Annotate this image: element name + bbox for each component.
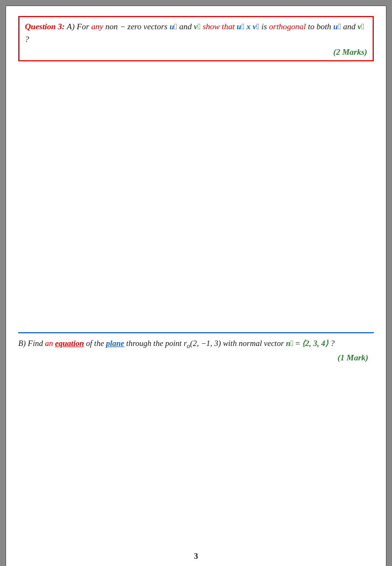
text-to-both: to both [308, 22, 333, 31]
question3-block: Question 3: A) For any non − zero vector… [18, 16, 374, 61]
question3-text: Question 3: A) For any non − zero vector… [25, 20, 367, 45]
text-orthogonal: orthogonal [269, 22, 306, 31]
vector-v-2: v⃗ [358, 22, 364, 31]
part-b-text: B) Find an equation of the plane through… [18, 338, 368, 351]
part-b-label: B) [18, 339, 26, 348]
part-a-marks: (2 Marks) [25, 48, 367, 57]
text-vectors: vectors [144, 22, 170, 31]
text-for: For [77, 22, 91, 31]
part-b-separator [18, 332, 374, 333]
text-equation: equation [55, 339, 83, 348]
answer-space-part-b [18, 366, 374, 554]
text-and-2: and [343, 22, 357, 31]
text-find: Find [28, 339, 45, 348]
part-b-block: B) Find an equation of the plane through… [18, 334, 374, 366]
text-question-mark: ? [25, 35, 29, 44]
text-of-the: of the [86, 339, 106, 348]
text-and-1: and [179, 22, 194, 31]
vector-u-1: u⃗ [170, 22, 177, 31]
part-b-marks: (1 Mark) [18, 353, 368, 363]
text-plane: plane [106, 339, 124, 348]
answer-space-part-a [18, 61, 374, 332]
vector-u-2: u⃗ [333, 22, 341, 31]
normal-vector-n: n⃗ = [286, 339, 300, 348]
exam-page: Question 3: A) For any non − zero vector… [6, 6, 386, 566]
text-through: through the point [126, 339, 184, 348]
text-is: is [262, 22, 269, 31]
page-number: 3 [6, 552, 386, 561]
text-show-that: show that [202, 22, 237, 31]
cross-product-expr: u⃗ x v⃗ [237, 22, 262, 31]
question-label: Question 3: [25, 22, 65, 31]
part-a-label: A) [67, 22, 77, 31]
point-r0: ro(2, −1, 3) [184, 339, 221, 348]
text-an: an [45, 339, 53, 348]
vector-v-1: v⃗ [194, 22, 201, 31]
text-with: with normal vector [223, 339, 286, 348]
text-any: any [91, 22, 103, 31]
text-non-zero: non − zero [105, 22, 143, 31]
normal-vector-values: ⟨2, 3, 4⟩ [302, 339, 328, 348]
text-question-b: ? [331, 339, 334, 348]
